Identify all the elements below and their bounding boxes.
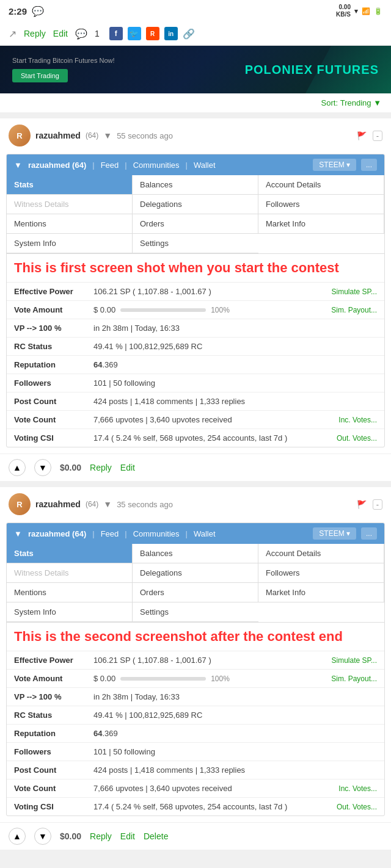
edit-footer-link-2[interactable]: Edit <box>120 831 135 841</box>
delete-footer-link-2[interactable]: Delete <box>144 831 168 841</box>
value-rep-1: 64.369 <box>93 360 377 369</box>
minus-icon-2[interactable]: - <box>373 499 382 510</box>
linkedin-icon[interactable]: in <box>164 27 178 40</box>
menu-followers-1[interactable]: Followers <box>258 195 384 214</box>
link-icon[interactable]: 🔗 <box>183 28 195 40</box>
minus-icon-1[interactable]: - <box>373 131 382 141</box>
post-amount-1: $0.00 <box>60 463 81 472</box>
value-vp-2: in 2h 38m | Today, 16:33 <box>93 692 377 701</box>
author-dropdown-icon-2[interactable]: ▼ <box>103 499 112 509</box>
more-button-1[interactable]: ... <box>361 159 377 171</box>
sim-payout-btn-2[interactable]: Sim. Payout... <box>331 675 377 683</box>
steem-button-1[interactable]: STEEM ▾ <box>313 159 356 171</box>
value-followers-2: 101 | 50 following <box>93 747 377 756</box>
downvote-button-1[interactable]: ▼ <box>34 459 51 476</box>
widget-wallet-link-1[interactable]: Wallet <box>194 161 216 170</box>
start-trading-button[interactable]: Start Trading <box>12 69 68 82</box>
status-bar: 2:29 💬 0.00KB/S ▾ 📶 🔋 <box>0 0 391 22</box>
label-rep-2: Reputation <box>14 729 93 738</box>
stats-row-rep-2: Reputation 64.369 <box>7 725 384 743</box>
author-name-1[interactable]: razuahmed <box>35 131 81 140</box>
out-votes-btn-2[interactable]: Out. Votes... <box>337 803 377 811</box>
stats-row-vote-count-1: Vote Count 7,666 upvotes | 3,640 upvotes… <box>7 411 384 429</box>
messenger-icon: 💬 <box>32 5 44 17</box>
label-post-count-1: Post Count <box>14 397 93 406</box>
reply-link[interactable]: Reply <box>24 29 46 38</box>
twitter-icon[interactable]: 🐦 <box>128 27 141 40</box>
flag-icon-2[interactable]: 🚩 <box>357 500 367 509</box>
label-rc-1: RC Status <box>14 342 93 351</box>
menu-delegations-2[interactable]: Delegations <box>133 563 258 583</box>
stats-row-followers-2: Followers 101 | 50 following <box>7 743 384 761</box>
menu-market-info-2[interactable]: Market Info <box>258 583 384 602</box>
menu-mentions-2[interactable]: Mentions <box>7 583 133 602</box>
out-votes-btn-1[interactable]: Out. Votes... <box>337 434 377 443</box>
banner-title: Start Trading Bitcoin Futures Now! <box>12 57 115 64</box>
value-vote-count-1: 7,666 upvotes | 3,640 upvotes received <box>93 415 338 424</box>
steem-button-2[interactable]: STEEM ▾ <box>313 527 356 540</box>
menu-balances-2[interactable]: Balances <box>133 544 258 563</box>
sim-payout-btn-1[interactable]: Sim. Payout... <box>331 306 377 314</box>
reply-footer-link-1[interactable]: Reply <box>90 463 112 472</box>
reddit-icon[interactable]: R <box>146 27 159 40</box>
avatar-1: R <box>9 125 31 146</box>
menu-balances-1[interactable]: Balances <box>133 175 258 195</box>
menu-system-info-2[interactable]: System Info <box>7 602 133 622</box>
menu-followers-2[interactable]: Followers <box>258 563 384 583</box>
stats-table-1: Effective Power 106.21 SP ( 1,107.88 - 1… <box>7 283 384 447</box>
author-rep-2: (64) <box>86 500 98 508</box>
widget-username-2[interactable]: razuahmed (64) <box>28 529 86 538</box>
facebook-icon[interactable]: f <box>109 27 123 40</box>
widget-username-1[interactable]: razuahmed (64) <box>28 161 86 170</box>
inc-votes-btn-2[interactable]: Inc. Votes... <box>338 784 377 793</box>
author-name-2[interactable]: razuahmed <box>35 499 81 509</box>
comment-count: 1 <box>95 29 100 38</box>
menu-settings-1[interactable]: Settings <box>133 234 258 253</box>
contest-overlay-text-1: This is first screen shot when you start… <box>7 254 384 283</box>
simulate-sp-btn-2[interactable]: Simulate SP... <box>332 656 377 665</box>
widget-dropdown-icon-1: ▼ <box>14 161 22 170</box>
widget-feed-link-2[interactable]: Feed <box>101 529 119 538</box>
avatar-2: R <box>9 493 31 515</box>
flag-icon-1[interactable]: 🚩 <box>357 131 367 140</box>
author-dropdown-icon-1[interactable]: ▼ <box>103 131 112 140</box>
widget-header-1: ▼ razuahmed (64) | Feed | Communities | … <box>7 154 384 175</box>
menu-mentions-1[interactable]: Mentions <box>7 214 133 234</box>
more-button-2[interactable]: ... <box>361 527 377 540</box>
stats-row-post-count-1: Post Count 424 posts | 1,418 comments | … <box>7 392 384 411</box>
label-vote-count-2: Vote Count <box>14 784 93 793</box>
value-post-count-2: 424 posts | 1,418 comments | 1,333 repli… <box>93 765 377 775</box>
menu-stats-1[interactable]: Stats <box>7 175 133 195</box>
widget-communities-link-1[interactable]: Communities <box>133 161 180 170</box>
inc-votes-btn-1[interactable]: Inc. Votes... <box>338 416 377 424</box>
menu-orders-1[interactable]: Orders <box>133 214 258 234</box>
value-vote-count-2: 7,666 upvotes | 3,640 upvotes received <box>93 784 338 793</box>
label-effective-power-2: Effective Power <box>14 656 93 665</box>
stats-table-2: Effective Power 106.21 SP ( 1,107.88 - 1… <box>7 651 384 816</box>
menu-account-details-1[interactable]: Account Details <box>258 175 384 195</box>
upvote-button-2[interactable]: ▲ <box>9 828 26 845</box>
widget-communities-link-2[interactable]: Communities <box>133 529 180 538</box>
menu-delegations-1[interactable]: Delegations <box>133 195 258 214</box>
banner: Start Trading Bitcoin Futures Now! Start… <box>0 46 391 93</box>
downvote-button-2[interactable]: ▼ <box>34 828 51 845</box>
sort-value[interactable]: Trending <box>340 98 371 107</box>
menu-account-details-2[interactable]: Account Details <box>258 544 384 563</box>
menu-stats-2[interactable]: Stats <box>7 544 133 563</box>
reply-footer-link-2[interactable]: Reply <box>90 831 112 841</box>
menu-settings-2[interactable]: Settings <box>133 602 258 622</box>
upvote-button-1[interactable]: ▲ <box>9 459 26 476</box>
menu-orders-2[interactable]: Orders <box>133 583 258 602</box>
label-vote-amount-2: Vote Amount <box>14 674 93 683</box>
value-vp-1: in 2h 38m | Today, 16:33 <box>93 324 377 333</box>
edit-link[interactable]: Edit <box>53 29 68 38</box>
edit-footer-link-1[interactable]: Edit <box>120 463 135 472</box>
menu-system-info-1[interactable]: System Info <box>7 234 133 253</box>
widget-wallet-link-2[interactable]: Wallet <box>194 529 216 538</box>
value-voting-csi-2: 17.4 ( 5.24 % self, 568 upvotes, 254 acc… <box>93 802 337 811</box>
data-speed: 0.00KB/S <box>336 4 351 18</box>
widget-feed-link-1[interactable]: Feed <box>101 161 119 170</box>
simulate-sp-btn-1[interactable]: Simulate SP... <box>332 288 377 296</box>
stats-row-voting-csi-2: Voting CSI 17.4 ( 5.24 % self, 568 upvot… <box>7 798 384 816</box>
menu-market-info-1[interactable]: Market Info <box>258 214 384 234</box>
